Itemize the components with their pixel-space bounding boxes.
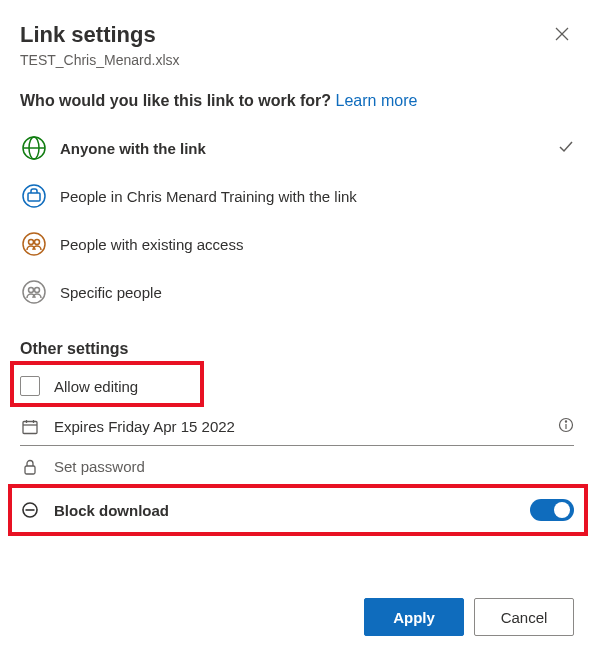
svg-point-12 — [35, 288, 40, 293]
option-label: People with existing access — [60, 236, 574, 253]
info-icon[interactable] — [558, 417, 574, 437]
svg-point-10 — [23, 281, 45, 303]
audience-question: Who would you like this link to work for… — [20, 92, 574, 110]
page-title: Link settings — [20, 22, 180, 48]
password-input[interactable]: Set password — [54, 458, 574, 475]
expiration-label: Expires Friday Apr 15 2022 — [54, 418, 558, 435]
calendar-icon — [20, 418, 40, 436]
globe-icon — [20, 134, 48, 162]
close-button[interactable] — [550, 22, 574, 50]
close-icon — [554, 26, 570, 42]
cancel-button[interactable]: Cancel — [474, 598, 574, 636]
option-anyone[interactable]: Anyone with the link — [20, 124, 574, 172]
svg-rect-20 — [25, 466, 35, 474]
svg-rect-6 — [28, 193, 40, 201]
checkmark-icon — [558, 138, 574, 158]
option-label: Specific people — [60, 284, 574, 301]
svg-point-19 — [565, 420, 566, 421]
block-download-label: Block download — [54, 502, 530, 519]
svg-point-9 — [35, 240, 40, 245]
allow-editing-label: Allow editing — [54, 378, 574, 395]
apply-button[interactable]: Apply — [364, 598, 464, 636]
filename-label: TEST_Chris_Menard.xlsx — [20, 52, 180, 68]
allow-editing-row[interactable]: Allow editing — [20, 366, 574, 406]
block-download-toggle[interactable] — [530, 499, 574, 521]
learn-more-link[interactable]: Learn more — [336, 92, 418, 109]
svg-point-11 — [29, 288, 34, 293]
option-label: Anyone with the link — [60, 140, 558, 157]
svg-point-8 — [29, 240, 34, 245]
expiration-row[interactable]: Expires Friday Apr 15 2022 — [20, 406, 574, 446]
other-settings-heading: Other settings — [20, 340, 574, 358]
svg-point-7 — [23, 233, 45, 255]
option-specific[interactable]: Specific people — [20, 268, 574, 316]
svg-rect-13 — [23, 421, 37, 433]
password-row[interactable]: Set password — [20, 446, 574, 486]
option-org[interactable]: People in Chris Menard Training with the… — [20, 172, 574, 220]
briefcase-icon — [20, 182, 48, 210]
block-download-row: Block download — [20, 490, 574, 530]
allow-editing-checkbox[interactable] — [20, 376, 40, 396]
option-existing[interactable]: People with existing access — [20, 220, 574, 268]
people-existing-icon — [20, 230, 48, 258]
option-label: People in Chris Menard Training with the… — [60, 188, 574, 205]
block-icon — [20, 501, 40, 519]
audience-question-text: Who would you like this link to work for… — [20, 92, 336, 109]
people-specific-icon — [20, 278, 48, 306]
lock-icon — [20, 458, 40, 476]
